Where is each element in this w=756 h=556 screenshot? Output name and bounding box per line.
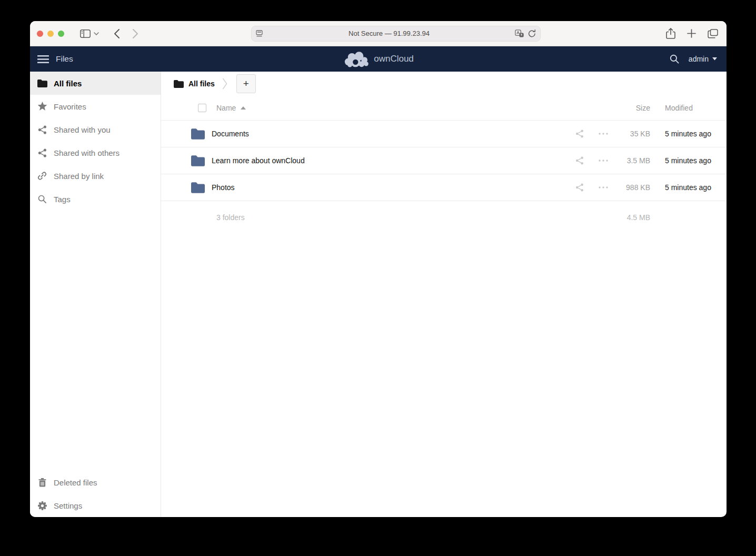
trash-icon — [37, 477, 47, 488]
sidebar-item-settings[interactable]: Settings — [30, 494, 161, 517]
tabs-icon — [708, 29, 718, 38]
folder-icon — [37, 78, 47, 88]
files-controls-bar: All files + — [161, 72, 727, 96]
minimize-window-button[interactable] — [47, 31, 54, 37]
sidebar-toggle-icon — [80, 29, 91, 38]
app-name-label: Files — [56, 54, 73, 64]
forward-icon — [132, 28, 139, 39]
browser-window: Not Secure — 91.99.23.94 — [30, 21, 727, 517]
sidebar-item-shared-with-you[interactable]: Shared with you — [30, 118, 161, 141]
sidebar-item-label: Shared with others — [54, 148, 120, 157]
hamburger-icon — [37, 55, 49, 63]
page-settings-icon[interactable] — [256, 30, 264, 37]
caret-down-icon — [712, 57, 717, 61]
file-modified: 5 minutes ago — [650, 130, 727, 138]
more-actions-button[interactable] — [597, 186, 610, 188]
tag-icon — [37, 194, 47, 204]
share-page-button[interactable] — [666, 28, 675, 39]
sidebar-item-label: Tags — [54, 195, 71, 204]
chevron-down-icon — [94, 32, 99, 35]
breadcrumb-home[interactable]: All files — [174, 80, 215, 88]
share-nodes-icon — [37, 147, 47, 158]
file-list-summary: 3 folders 4.5 MB — [161, 201, 727, 234]
table-row[interactable]: Documents 35 KB 5 minutes ago — [161, 121, 727, 147]
toolbar-right-icons — [666, 28, 718, 39]
sidebar-item-label: Favorites — [54, 102, 86, 111]
sidebar-spacer — [30, 211, 161, 471]
sidebar-item-all-files[interactable]: All files — [30, 72, 161, 95]
reload-icon[interactable] — [528, 29, 536, 38]
traffic-lights — [37, 31, 64, 37]
zoom-window-button[interactable] — [58, 31, 64, 37]
file-name[interactable]: Documents — [212, 130, 573, 138]
app-menu-button[interactable]: Files — [37, 54, 73, 64]
username-label: admin — [689, 55, 709, 63]
tab-overview-button[interactable] — [708, 29, 718, 38]
owncloud-logo-icon — [343, 51, 369, 67]
sidebar-item-deleted-files[interactable]: Deleted files — [30, 471, 161, 494]
new-tab-button[interactable] — [687, 29, 696, 38]
select-all-checkbox[interactable] — [198, 104, 206, 112]
back-button[interactable] — [113, 28, 120, 39]
name-column-label: Name — [216, 104, 236, 112]
table-row[interactable]: Learn more about ownCloud 3.5 MB 5 minut… — [161, 147, 727, 174]
folder-count: 3 folders — [216, 213, 245, 222]
sidebar-toggle-button[interactable] — [80, 29, 91, 38]
search-icon — [670, 54, 679, 64]
folder-icon — [191, 182, 205, 193]
address-bar[interactable]: Not Secure — 91.99.23.94 — [251, 26, 541, 42]
owncloud-brand: ownCloud — [343, 46, 414, 72]
owncloud-header: Files ownCloud — [30, 46, 727, 72]
table-row[interactable]: Photos 988 KB 5 minutes ago — [161, 174, 727, 201]
size-column-header[interactable]: Size — [610, 104, 650, 112]
app-sidebar: All files Favorites Shared with you — [30, 72, 161, 517]
translate-icon[interactable] — [515, 29, 524, 37]
share-file-button[interactable] — [573, 183, 586, 192]
file-size: 988 KB — [610, 183, 650, 192]
folder-icon — [191, 128, 205, 140]
back-icon — [113, 28, 120, 39]
files-main-panel: All files + Name Size Modified — [161, 72, 727, 517]
breadcrumb-chevron-icon — [222, 78, 227, 90]
sidebar-item-tags[interactable]: Tags — [30, 187, 161, 211]
file-table-header: Name Size Modified — [161, 96, 727, 121]
sidebar-item-favorites[interactable]: Favorites — [30, 95, 161, 118]
file-size: 35 KB — [610, 130, 650, 138]
new-file-button[interactable]: + — [236, 74, 256, 93]
more-actions-button[interactable] — [597, 160, 610, 162]
more-actions-button[interactable] — [597, 133, 610, 135]
star-icon — [37, 101, 47, 112]
share-icon — [666, 28, 675, 39]
user-menu-button[interactable]: admin — [689, 55, 717, 63]
sidebar-item-label: Shared with you — [54, 125, 111, 134]
sort-by-name-header[interactable]: Name — [216, 104, 246, 112]
gear-icon — [37, 500, 47, 511]
sort-ascending-icon — [241, 106, 246, 110]
file-name[interactable]: Photos — [212, 183, 573, 192]
sidebar-item-label: Deleted files — [54, 478, 97, 487]
total-size: 4.5 MB — [610, 213, 650, 222]
file-name[interactable]: Learn more about ownCloud — [212, 156, 573, 165]
brand-name: ownCloud — [374, 54, 414, 64]
sidebar-item-shared-with-others[interactable]: Shared with others — [30, 141, 161, 164]
share-file-button[interactable] — [573, 130, 586, 138]
sidebar-item-shared-by-link[interactable]: Shared by link — [30, 164, 161, 187]
search-button[interactable] — [670, 54, 679, 64]
plus-icon — [687, 29, 696, 38]
header-right: admin — [670, 54, 717, 64]
modified-column-header[interactable]: Modified — [650, 104, 727, 112]
link-icon — [37, 171, 47, 181]
forward-button[interactable] — [132, 28, 139, 39]
share-file-button[interactable] — [573, 156, 586, 165]
sidebar-menu-chevron[interactable] — [94, 32, 99, 35]
browser-toolbar: Not Secure — 91.99.23.94 — [30, 21, 727, 46]
sidebar-item-label: All files — [54, 79, 82, 88]
sidebar-item-label: Shared by link — [54, 172, 104, 181]
share-nodes-icon — [37, 124, 47, 135]
folder-icon — [174, 80, 184, 88]
address-text: Not Secure — 91.99.23.94 — [264, 29, 515, 37]
breadcrumb-label: All files — [188, 80, 215, 88]
sidebar-item-label: Settings — [54, 501, 82, 510]
folder-icon — [191, 155, 205, 166]
close-window-button[interactable] — [37, 31, 43, 37]
